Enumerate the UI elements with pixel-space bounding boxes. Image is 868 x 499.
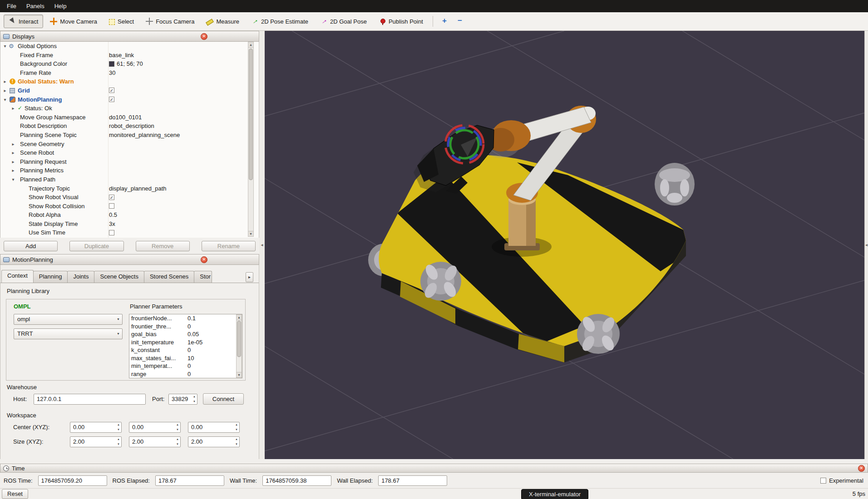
tree-row-status-ok[interactable]: ▸ ✓ Status: Ok <box>0 104 259 113</box>
param-row[interactable]: range0 <box>129 370 242 378</box>
menu-panels[interactable]: Panels <box>21 1 49 11</box>
param-row[interactable]: k_constant0 <box>129 346 242 354</box>
tree-row-global-options[interactable]: ▾ ⚙ Global Options <box>0 42 259 51</box>
remove-display-button[interactable]: Remove <box>136 241 190 251</box>
scrollbar-thumb[interactable] <box>237 321 241 357</box>
size-y-stepper[interactable]: 2.00 <box>129 436 181 447</box>
reset-button[interactable]: Reset <box>2 489 28 499</box>
tab-context[interactable]: Context <box>1 270 34 283</box>
param-value[interactable]: 0 <box>186 370 191 378</box>
tree-row-planned-path[interactable]: ▾ Planned Path <box>0 175 259 184</box>
tree-row-robot-alpha[interactable]: Robot Alpha 0.5 <box>0 210 259 220</box>
param-value[interactable]: 1e-05 <box>186 338 202 347</box>
tree-row-planning-metrics[interactable]: ▸ Planning Metrics <box>0 166 259 175</box>
menu-help[interactable]: Help <box>49 1 72 11</box>
tool-measure[interactable]: Measure <box>201 15 244 28</box>
expander-icon[interactable]: ▾ <box>10 175 16 184</box>
tab-stored-scenes[interactable]: Stored Scenes <box>144 271 194 283</box>
param-row[interactable]: min_temperat...0 <box>129 362 242 370</box>
tool-move-camera[interactable]: Move Camera <box>45 15 102 28</box>
remove-tool-button[interactable]: − <box>453 15 467 28</box>
param-value[interactable]: 0 <box>186 346 191 354</box>
rename-display-button[interactable]: Rename <box>202 241 256 251</box>
center-z-stepper[interactable]: 0.00 <box>188 422 240 433</box>
collapse-left-icon[interactable]: ◂ <box>865 242 868 247</box>
wall-elapsed-field[interactable]: 178.67 <box>378 475 447 486</box>
scroll-up-icon[interactable]: ▲ <box>237 315 242 320</box>
size-z-stepper[interactable]: 2.00 <box>188 436 240 447</box>
tree-row-use-sim-time[interactable]: Use Sim Time <box>0 228 259 237</box>
scroll-down-icon[interactable]: ▼ <box>248 231 253 236</box>
add-tool-button[interactable]: + <box>438 15 451 28</box>
tree-row-motionplanning[interactable]: ▾ MotionPlanning ✓ <box>0 95 259 104</box>
tool-select[interactable]: Select <box>104 15 139 28</box>
close-icon[interactable]: ✕ <box>858 465 865 472</box>
tree-row-fixed-frame[interactable]: Fixed Frame base_link <box>0 51 259 60</box>
wall-time-field[interactable]: 1764857059.38 <box>262 475 331 486</box>
property-value[interactable]: base_link <box>109 51 134 60</box>
expander-icon[interactable]: ▸ <box>2 77 8 86</box>
tree-row-scene-geometry[interactable]: ▸ Scene Geometry <box>0 140 259 149</box>
tool-focus-camera[interactable]: Focus Camera <box>141 15 199 28</box>
property-value[interactable]: display_planned_path <box>109 184 167 193</box>
planner-library-select[interactable]: ompl ▼ <box>14 314 123 325</box>
tab-scene-objects[interactable]: Scene Objects <box>94 271 144 283</box>
show-robot-collision-checkbox[interactable] <box>109 203 114 209</box>
expander-icon[interactable]: ▾ <box>2 95 8 104</box>
tree-row-background-color[interactable]: Background Color 61; 56; 70 <box>0 59 259 68</box>
enabled-checkbox[interactable]: ✓ <box>109 88 114 93</box>
scroll-up-icon[interactable]: ▲ <box>248 42 253 48</box>
add-display-button[interactable]: Add <box>4 241 58 251</box>
center-x-stepper[interactable]: 0.00 <box>70 422 122 433</box>
tab-stored-states[interactable]: Stor <box>194 271 212 283</box>
property-value[interactable]: do100_0101 <box>109 113 142 122</box>
param-value[interactable]: 0 <box>186 362 191 370</box>
3d-viewport[interactable] <box>265 31 864 459</box>
tab-overflow-icon[interactable]: ▸ <box>246 272 253 282</box>
tool-interact[interactable]: Interact <box>4 15 43 28</box>
size-x-stepper[interactable]: 2.00 <box>70 436 122 447</box>
tool-2d-goal-pose[interactable]: 2D Goal Pose <box>315 15 372 28</box>
displays-scrollbar[interactable]: ▲ ▼ <box>248 42 254 237</box>
enabled-checkbox[interactable]: ✓ <box>109 97 114 102</box>
tree-row-trajectory-topic[interactable]: Trajectory Topic display_planned_path <box>0 184 259 193</box>
tree-row-scene-robot[interactable]: ▸ Scene Robot <box>0 148 259 157</box>
ros-time-field[interactable]: 1764857059.20 <box>38 475 107 486</box>
scrollbar-thumb[interactable] <box>249 49 253 180</box>
tab-planning[interactable]: Planning <box>33 271 68 283</box>
duplicate-display-button[interactable]: Duplicate <box>69 241 123 251</box>
tree-row-move-group-namespace[interactable]: Move Group Namespace do100_0101 <box>0 113 259 122</box>
expander-icon[interactable]: ▸ <box>2 86 8 95</box>
connect-button[interactable]: Connect <box>203 393 244 405</box>
experimental-checkbox[interactable] <box>820 478 826 484</box>
tab-joints[interactable]: Joints <box>67 271 94 283</box>
tree-row-global-status[interactable]: ▸ ! Global Status: Warn <box>0 77 259 86</box>
property-value[interactable]: monitored_planning_scene <box>109 131 180 140</box>
collapse-left-icon[interactable]: ◂ <box>259 242 265 247</box>
tree-row-planning-scene-topic[interactable]: Planning Scene Topic monitored_planning_… <box>0 131 259 140</box>
property-value[interactable]: 30 <box>109 68 115 78</box>
expander-icon[interactable]: ▸ <box>10 166 16 175</box>
center-y-stepper[interactable]: 0.00 <box>129 422 181 433</box>
param-row[interactable]: frountier_thre...0 <box>129 323 242 331</box>
tree-row-grid[interactable]: ▸ Grid ✓ <box>0 86 259 95</box>
port-stepper[interactable]: 33829 <box>168 394 197 405</box>
tree-row-show-robot-visual[interactable]: Show Robot Visual ✓ <box>0 193 259 202</box>
tree-row-planning-request[interactable]: ▸ Planning Request <box>0 157 259 166</box>
scroll-down-icon[interactable]: ▼ <box>237 372 242 377</box>
expander-icon[interactable]: ▸ <box>10 148 16 157</box>
tool-publish-point[interactable]: Publish Point <box>374 15 428 28</box>
property-value[interactable]: robot_description <box>109 122 154 131</box>
params-scrollbar[interactable]: ▲ ▼ <box>236 314 242 378</box>
param-value[interactable]: 0 <box>186 323 191 331</box>
close-icon[interactable]: ✕ <box>201 33 207 40</box>
expander-icon[interactable]: ▸ <box>10 140 16 149</box>
planner-algorithm-select[interactable]: TRRT ▼ <box>14 328 123 339</box>
tool-2d-pose-estimate[interactable]: 2D Pose Estimate <box>246 15 313 28</box>
right-splitter[interactable]: ◂ <box>864 31 868 459</box>
tree-row-show-robot-collision[interactable]: Show Robot Collision <box>0 202 259 211</box>
ros-elapsed-field[interactable]: 178.67 <box>155 475 224 486</box>
use-sim-time-checkbox[interactable] <box>109 230 114 235</box>
experimental-toggle[interactable]: Experimental <box>820 477 864 484</box>
expander-icon[interactable]: ▸ <box>10 157 16 166</box>
